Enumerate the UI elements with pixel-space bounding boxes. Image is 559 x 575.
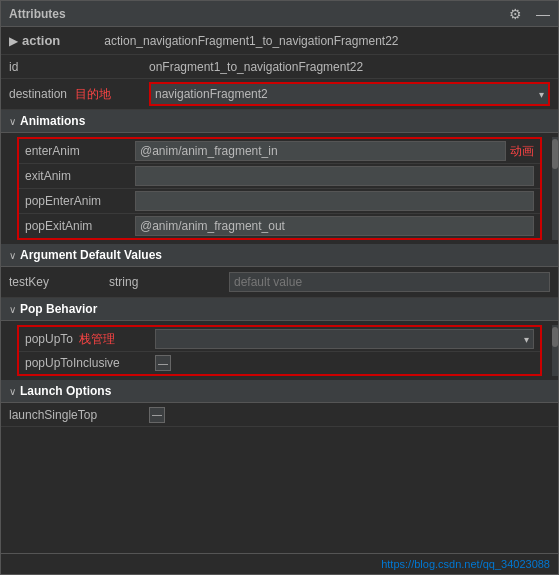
pop-chinese-label: 栈管理	[79, 331, 115, 348]
anim-chinese-label: 动画	[510, 143, 534, 160]
destination-select-text: navigationFragment2	[155, 87, 539, 101]
panel-title: Attributes	[9, 7, 66, 21]
pop-enter-anim-row: popEnterAnim	[19, 189, 540, 214]
popup-to-label: popUpTo	[25, 332, 73, 346]
close-icon[interactable]: —	[536, 6, 550, 22]
pop-behavior-scrollbar-thumb[interactable]	[552, 327, 558, 347]
arg-default-value[interactable]: default value	[229, 272, 550, 292]
pop-exit-anim-label: popExitAnim	[25, 219, 135, 233]
argument-table: testKey string default value	[1, 267, 558, 298]
popup-to-dropdown-arrow[interactable]: ▾	[524, 334, 529, 345]
footer-url[interactable]: https://blog.csdn.net/qq_34023088	[381, 558, 550, 570]
animations-box: enterAnim @anim/anim_fragment_in 动画 exit…	[17, 137, 542, 240]
launch-options-section-title: Launch Options	[20, 384, 111, 398]
argument-section-title: Argument Default Values	[20, 248, 162, 262]
launch-single-top-row: launchSingleTop —	[1, 403, 558, 427]
argument-chevron[interactable]: ∨	[9, 250, 16, 261]
destination-chinese-label: 目的地	[75, 86, 111, 103]
exit-anim-label: exitAnim	[25, 169, 135, 183]
enter-anim-row: enterAnim @anim/anim_fragment_in 动画	[19, 139, 540, 164]
pop-exit-anim-row: popExitAnim @anim/anim_fragment_out	[19, 214, 540, 238]
popup-to-select[interactable]: ▾	[155, 329, 534, 349]
action-row: ▶ action action_navigationFragment1_to_n…	[1, 27, 558, 55]
enter-anim-value[interactable]: @anim/anim_fragment_in	[135, 141, 506, 161]
action-arrow: ▶	[9, 34, 18, 48]
popup-to-row: popUpTo 栈管理 ▾	[19, 327, 540, 352]
action-label-text: action	[22, 33, 60, 48]
animations-section-header: ∨ Animations	[1, 110, 558, 133]
destination-select[interactable]: navigationFragment2 ▾	[149, 82, 550, 106]
animations-chevron[interactable]: ∨	[9, 116, 16, 127]
enter-anim-label: enterAnim	[25, 144, 135, 158]
arg-key: testKey	[9, 275, 109, 289]
pop-behavior-box-wrapper: popUpTo 栈管理 ▾ popUpToInclusive —	[9, 325, 550, 376]
argument-section-header: ∨ Argument Default Values	[1, 244, 558, 267]
animations-scrollbar-thumb[interactable]	[552, 139, 558, 169]
launch-single-top-checkbox[interactable]: —	[149, 407, 165, 423]
popup-to-inclusive-label: popUpToInclusive	[25, 356, 120, 370]
pop-enter-anim-value[interactable]	[135, 191, 534, 211]
pop-behavior-scrollbar	[552, 325, 558, 376]
arg-type: string	[109, 275, 229, 289]
animations-scrollbar	[552, 137, 558, 240]
action-value: action_navigationFragment1_to_navigation…	[104, 34, 398, 48]
argument-row: testKey string default value	[9, 271, 550, 293]
pop-exit-anim-value[interactable]: @anim/anim_fragment_out	[135, 216, 534, 236]
launch-options-chevron[interactable]: ∨	[9, 386, 16, 397]
animations-box-wrapper: enterAnim @anim/anim_fragment_in 动画 exit…	[9, 137, 550, 240]
animations-section-title: Animations	[20, 114, 85, 128]
pop-behavior-section-header: ∨ Pop Behavior	[1, 298, 558, 321]
arg-default-placeholder: default value	[234, 275, 302, 289]
attributes-panel: Attributes ⚙ — ▶ action action_navigatio…	[0, 0, 559, 575]
launch-single-top-label: launchSingleTop	[9, 408, 149, 422]
exit-anim-row: exitAnim	[19, 164, 540, 189]
destination-label: destination	[9, 87, 67, 101]
exit-anim-value[interactable]	[135, 166, 534, 186]
pop-enter-anim-label: popEnterAnim	[25, 194, 135, 208]
gear-icon[interactable]: ⚙	[509, 6, 522, 22]
pop-behavior-chevron[interactable]: ∨	[9, 304, 16, 315]
panel-content: ▶ action action_navigationFragment1_to_n…	[1, 27, 558, 553]
destination-dropdown-arrow[interactable]: ▾	[539, 89, 544, 100]
destination-row: destination 目的地 navigationFragment2 ▾	[1, 79, 558, 110]
pop-behavior-box: popUpTo 栈管理 ▾ popUpToInclusive —	[17, 325, 542, 376]
panel-header: Attributes ⚙ —	[1, 1, 558, 27]
footer: https://blog.csdn.net/qq_34023088	[1, 553, 558, 574]
popup-to-inclusive-checkbox[interactable]: —	[155, 355, 171, 371]
id-row: id onFragment1_to_navigationFragment22	[1, 55, 558, 79]
launch-options-section-header: ∨ Launch Options	[1, 380, 558, 403]
id-label: id	[9, 60, 149, 74]
popup-to-inclusive-row: popUpToInclusive —	[19, 352, 540, 374]
pop-behavior-section-title: Pop Behavior	[20, 302, 97, 316]
id-value: onFragment1_to_navigationFragment22	[149, 60, 550, 74]
